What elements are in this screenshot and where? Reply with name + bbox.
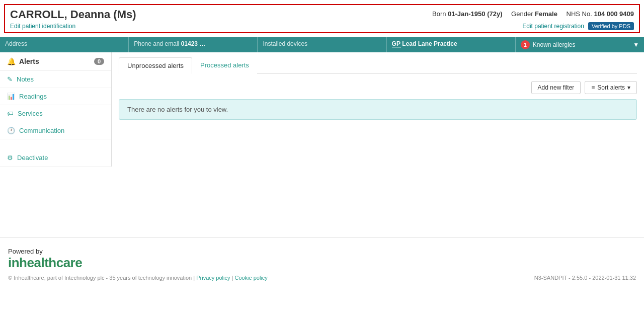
allergy-badge: 1 <box>521 40 530 49</box>
footer-separator: | <box>232 275 233 281</box>
privacy-policy-link[interactable]: Privacy policy <box>196 275 230 281</box>
alerts-label: Alerts <box>19 57 39 65</box>
footer-bottom: © Inhealthcare, part of Intechnology plc… <box>8 275 636 281</box>
copyright-text: © Inhealthcare, part of Intechnology plc… <box>8 275 195 281</box>
born-label: Born <box>432 10 446 18</box>
patient-links: Edit patient identification Edit patient… <box>10 22 634 30</box>
sort-alerts-button[interactable]: ≡ Sort alerts ▾ <box>585 81 637 94</box>
sidebar-services-label: Services <box>18 110 43 117</box>
deactivate-icon: ⚙ <box>7 154 13 162</box>
devices-label: Installed devices <box>263 40 307 47</box>
phone-value: 01423 … <box>181 40 206 47</box>
sidebar-deactivate-label: Deactivate <box>17 154 48 162</box>
add-filter-button[interactable]: Add new filter <box>531 81 581 94</box>
sort-icon: ≡ <box>591 84 595 91</box>
allergy-info[interactable]: 1 Known allergies ▼ <box>516 37 644 52</box>
sidebar-navigation: ✎ Notes 📊 Readings 🏷 Services 🕐 Communic… <box>0 71 111 167</box>
footer: Powered by inhealthcare © Inhealthcare, … <box>0 237 644 285</box>
born-value: 01-Jan-1950 (72y) <box>448 10 502 18</box>
patient-meta: Born 01-Jan-1950 (72y) Gender Female NHS… <box>426 10 634 18</box>
sidebar-item-notes[interactable]: ✎ Notes <box>0 71 111 88</box>
address-info[interactable]: Address <box>0 37 129 52</box>
phone-label: Phone and email <box>134 40 179 47</box>
sort-label: Sort alerts <box>597 84 625 91</box>
brand-name: inhealthcare <box>8 255 636 271</box>
notes-icon: ✎ <box>7 75 13 83</box>
no-alerts-text: There are no alerts for you to view. <box>127 106 228 113</box>
gender-value: Female <box>535 10 557 18</box>
sort-caret-icon: ▾ <box>627 84 630 91</box>
alerts-count-badge: 0 <box>94 58 104 65</box>
gender-label: Gender <box>511 10 533 18</box>
allergy-chevron-icon: ▼ <box>633 41 639 48</box>
verified-badge: Verified by PDS <box>588 22 634 30</box>
sidebar-readings-label: Readings <box>19 93 47 100</box>
edit-registration-link[interactable]: Edit patient registration <box>522 23 584 30</box>
readings-icon: 📊 <box>7 93 15 100</box>
info-bar: Address Phone and email 01423 … Installe… <box>0 37 644 52</box>
gp-value: Lead Lane Practice <box>402 40 457 47</box>
powered-by-text: Powered by <box>8 248 636 255</box>
devices-info[interactable]: Installed devices <box>258 37 386 52</box>
sidebar-notes-label: Notes <box>17 75 34 83</box>
patient-name: CARROLL, Deanna (Ms) <box>10 8 136 21</box>
bell-icon: 🔔 <box>7 57 16 65</box>
gp-abbr: GP <box>392 40 400 48</box>
services-icon: 🏷 <box>7 110 14 117</box>
main-content: Unprocessed alerts Processed alerts Add … <box>112 52 644 167</box>
sidebar-item-services[interactable]: 🏷 Services <box>0 105 111 122</box>
tab-processed[interactable]: Processed alerts <box>192 57 257 74</box>
footer-logo: Powered by inhealthcare <box>8 248 636 271</box>
patient-header: CARROLL, Deanna (Ms) Born 01-Jan-1950 (7… <box>4 4 640 33</box>
filter-bar: Add new filter ≡ Sort alerts ▾ <box>119 81 637 94</box>
gp-info[interactable]: GP Lead Lane Practice <box>387 37 516 52</box>
sidebar-item-communication[interactable]: 🕐 Communication <box>0 122 111 139</box>
sidebar-item-deactivate[interactable]: ⚙ Deactivate <box>0 149 111 167</box>
nhs-label: NHS No. <box>567 10 592 18</box>
main-layout: 🔔 Alerts 0 ✎ Notes 📊 Readings 🏷 Services… <box>0 52 644 167</box>
footer-copyright-area: © Inhealthcare, part of Intechnology plc… <box>8 275 268 281</box>
sidebar: 🔔 Alerts 0 ✎ Notes 📊 Readings 🏷 Services… <box>0 52 112 167</box>
cookie-policy-link[interactable]: Cookie policy <box>234 275 267 281</box>
alerts-tabs: Unprocessed alerts Processed alerts <box>119 57 637 74</box>
phone-info[interactable]: Phone and email 01423 … <box>129 37 258 52</box>
tab-unprocessed[interactable]: Unprocessed alerts <box>119 57 192 74</box>
nhs-value: 104 000 9409 <box>594 10 634 18</box>
sidebar-alerts[interactable]: 🔔 Alerts 0 <box>0 52 111 71</box>
no-alerts-message: There are no alerts for you to view. <box>119 99 637 120</box>
alerts-nav-item: 🔔 Alerts <box>7 57 39 65</box>
version-text: N3-SANDPIT - 2.55.0 - 2022-01-31 11:32 <box>534 275 636 281</box>
edit-identification-link[interactable]: Edit patient identification <box>10 23 75 30</box>
sidebar-communication-label: Communication <box>19 127 64 134</box>
sidebar-item-readings[interactable]: 📊 Readings <box>0 88 111 105</box>
allergy-label: Known allergies <box>533 41 576 48</box>
communication-icon: 🕐 <box>7 127 15 134</box>
address-label: Address <box>5 40 27 47</box>
